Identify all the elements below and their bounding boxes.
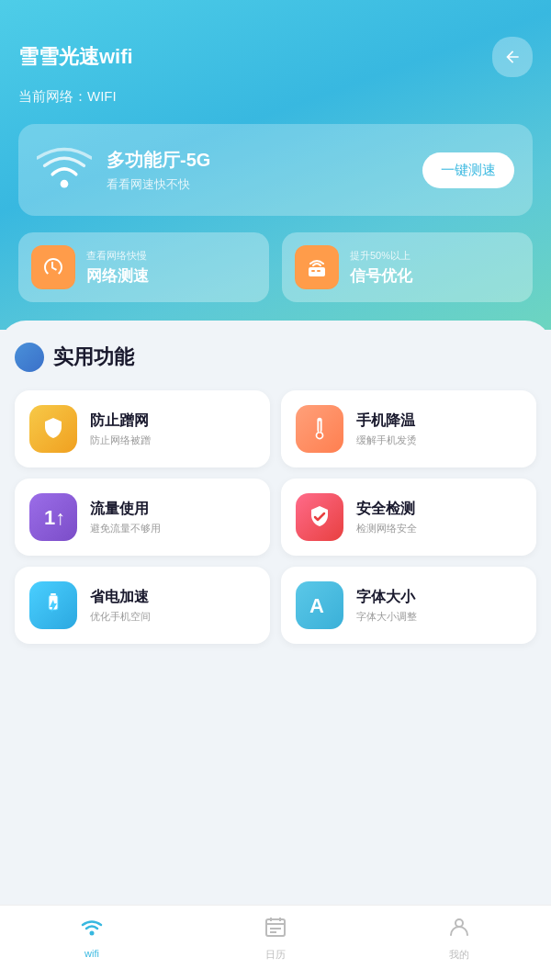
bottom-nav: wifi 日历 我的 <box>0 905 551 980</box>
network-speed-title: 网络测速 <box>86 265 149 287</box>
power-save-icon <box>29 581 77 629</box>
phone-cooling-desc: 缓解手机发烫 <box>356 434 417 447</box>
signal-optimize-title: 信号优化 <box>350 265 412 287</box>
section-title-row: 实用功能 <box>15 343 536 372</box>
nav-item-profile[interactable]: 我的 <box>367 915 551 962</box>
nav-item-calendar[interactable]: 日历 <box>184 915 367 962</box>
back-button[interactable] <box>492 37 533 77</box>
power-save-text: 省电加速 优化手机空间 <box>90 588 151 624</box>
traffic-usage-text: 流量使用 避免流量不够用 <box>90 500 161 535</box>
svg-point-0 <box>61 180 69 188</box>
svg-point-4 <box>51 427 55 431</box>
phone-cooling-icon <box>296 405 343 453</box>
section-title: 实用功能 <box>53 344 134 371</box>
feature-item-prevent-freeload[interactable]: 防止蹭网 防止网络被蹭 <box>15 390 270 467</box>
calendar-nav-label: 日历 <box>265 948 286 962</box>
security-check-name: 安全检测 <box>356 500 417 519</box>
quick-cards: 查看网络快慢 网络测速 提升50%以上 信号优化 <box>18 232 533 302</box>
wifi-name: 多功能厅-5G <box>107 148 422 173</box>
profile-nav-label: 我的 <box>449 948 469 962</box>
wifi-nav-icon <box>80 915 104 944</box>
signal-optimize-label: 提升50%以上 <box>350 249 412 263</box>
feature-item-power-save[interactable]: 省电加速 优化手机空间 <box>15 567 270 644</box>
svg-text:1↑: 1↑ <box>44 506 65 529</box>
feature-grid: 防止蹭网 防止网络被蹭 手机降温 缓解手机发烫 <box>15 390 536 644</box>
font-size-name: 字体大小 <box>356 588 417 607</box>
wifi-info: 多功能厅-5G 看看网速快不快 <box>107 148 422 193</box>
wifi-card: 多功能厅-5G 看看网速快不快 一键测速 <box>18 124 533 216</box>
svg-rect-3 <box>317 270 320 272</box>
prevent-freeload-icon <box>29 405 77 453</box>
signal-optimize-text: 提升50%以上 信号优化 <box>350 249 412 287</box>
traffic-usage-desc: 避免流量不够用 <box>90 522 161 535</box>
feature-item-traffic-usage[interactable]: 1↑ 流量使用 避免流量不够用 <box>15 479 270 556</box>
wifi-nav-label: wifi <box>84 948 99 959</box>
nav-item-wifi[interactable]: wifi <box>0 915 184 962</box>
svg-rect-7 <box>319 421 320 432</box>
power-save-name: 省电加速 <box>90 588 151 607</box>
svg-point-21 <box>455 919 463 927</box>
feature-item-font-size[interactable]: A 字体大小 字体大小调整 <box>281 567 536 644</box>
svg-rect-1 <box>309 267 325 276</box>
svg-rect-2 <box>311 270 315 272</box>
svg-rect-11 <box>51 593 56 595</box>
prevent-freeload-desc: 防止网络被蹭 <box>90 434 151 447</box>
security-check-text: 安全检测 检测网络安全 <box>356 500 417 535</box>
wifi-large-icon <box>37 141 92 199</box>
svg-point-14 <box>90 931 95 936</box>
network-speed-icon <box>31 245 75 289</box>
quick-card-network-speed[interactable]: 查看网络快慢 网络测速 <box>18 232 269 302</box>
font-size-text: 字体大小 字体大小调整 <box>356 588 417 624</box>
phone-cooling-name: 手机降温 <box>356 411 417 431</box>
font-size-icon: A <box>296 581 343 629</box>
prevent-freeload-text: 防止蹭网 防止网络被蹭 <box>90 411 151 447</box>
font-size-desc: 字体大小调整 <box>356 610 417 624</box>
profile-nav-icon <box>447 915 471 944</box>
network-speed-text: 查看网络快慢 网络测速 <box>86 249 149 287</box>
prevent-freeload-name: 防止蹭网 <box>90 411 151 431</box>
speed-test-button[interactable]: 一键测速 <box>422 152 514 188</box>
section-dot <box>15 343 44 372</box>
security-check-icon <box>296 493 343 541</box>
wifi-desc: 看看网速快不快 <box>107 176 422 193</box>
svg-text:A: A <box>309 594 324 617</box>
svg-point-8 <box>317 433 321 437</box>
feature-item-phone-cooling[interactable]: 手机降温 缓解手机发烫 <box>281 390 536 467</box>
top-bar: 雪雪光速wifi <box>18 37 533 77</box>
security-check-desc: 检测网络安全 <box>356 522 417 535</box>
calendar-nav-icon <box>264 915 287 944</box>
signal-optimize-icon <box>295 245 339 289</box>
network-speed-label: 查看网络快慢 <box>86 249 149 263</box>
quick-card-signal-optimize[interactable]: 提升50%以上 信号优化 <box>282 232 533 302</box>
traffic-usage-name: 流量使用 <box>90 500 161 519</box>
traffic-usage-icon: 1↑ <box>29 493 77 541</box>
current-network: 当前网络：WIFI <box>18 88 533 106</box>
main-content: 实用功能 防止蹭网 防止网络被蹭 <box>0 321 551 835</box>
feature-item-security-check[interactable]: 安全检测 检测网络安全 <box>281 479 536 556</box>
power-save-desc: 优化手机空间 <box>90 610 151 624</box>
app-title: 雪雪光速wifi <box>18 43 133 71</box>
header-area: 雪雪光速wifi 当前网络：WIFI 多功能厅-5G 看看网速快不快 一键测速 <box>0 0 551 330</box>
phone-cooling-text: 手机降温 缓解手机发烫 <box>356 411 417 447</box>
